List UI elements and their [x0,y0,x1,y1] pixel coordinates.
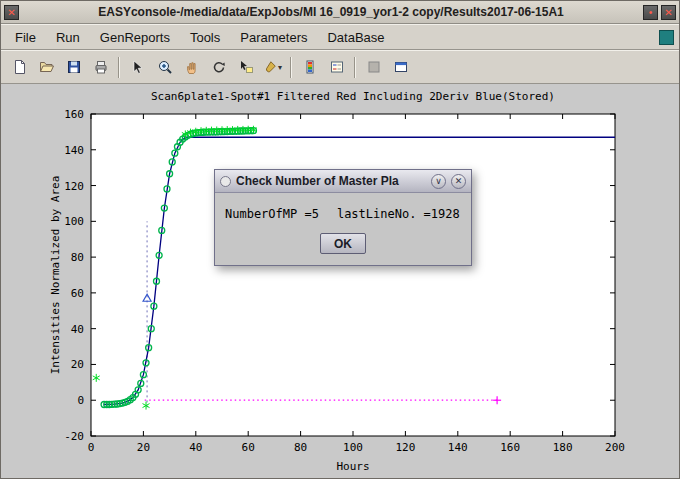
data-cursor-button[interactable] [232,54,259,81]
close-icon: ✕ [664,7,672,18]
plot-tools-button[interactable] [360,54,387,81]
dialog-message: NumberOfMP =5 lastLineNo. =1928 [225,207,461,221]
edit-plot-button[interactable] [124,54,151,81]
svg-text:160: 160 [64,108,84,121]
dialog-close-button[interactable]: ✕ [451,174,466,189]
window-close-button[interactable]: ✕ [661,5,676,20]
svg-text:60: 60 [242,441,255,454]
menu-item-genreports[interactable]: GenReports [90,27,180,48]
toolbar-separator [354,57,356,78]
open-folder-icon [39,59,55,75]
zoom-in-button[interactable] [151,54,178,81]
dialog-message-numberofmp: NumberOfMP =5 [225,207,319,221]
figure-area: 020406080100120140160180200-200204060801… [1,84,679,478]
dock-window-icon [393,59,409,75]
dialog-ok-button[interactable]: OK [320,233,366,254]
dialog-message-lastlineno: lastLineNo. =1928 [337,207,460,221]
titlebar: ✕ EASYconsole-/media/data/ExpJobs/MI 16_… [1,1,679,24]
svg-text:40: 40 [189,441,202,454]
svg-text:200: 200 [605,441,625,454]
svg-text:0: 0 [77,394,84,407]
svg-text:Intensities Normalized by Area: Intensities Normalized by Area [49,176,62,375]
menu-item-database[interactable]: DataBase [317,27,394,48]
hand-icon [184,59,200,75]
close-icon: ✕ [7,7,15,18]
menubar: File Run GenReports Tools Parameters Dat… [1,24,679,50]
svg-text:120: 120 [395,441,415,454]
print-figure-button[interactable] [87,54,114,81]
window-minimize-button[interactable]: • [643,5,658,20]
svg-text:180: 180 [553,441,573,454]
brush-icon [263,59,277,75]
menu-item-tools[interactable]: Tools [180,27,230,48]
zoom-in-icon [157,59,173,75]
svg-text:Hours: Hours [336,460,369,473]
insert-colorbar-button[interactable] [296,54,323,81]
save-figure-button[interactable] [60,54,87,81]
minimize-dot-icon: • [649,7,653,18]
menubar-corner-box [659,30,674,45]
data-cursor-icon [238,59,254,75]
app-window: ✕ EASYconsole-/media/data/ExpJobs/MI 16_… [0,0,680,479]
chart-svg: 020406080100120140160180200-200204060801… [1,84,679,478]
gray-square-icon [366,59,382,75]
dock-figure-button[interactable] [387,54,414,81]
colorbar-icon [302,59,318,75]
toolbar: ▾ [1,50,679,84]
close-icon: ✕ [455,176,463,186]
svg-text:60: 60 [71,287,84,300]
pan-button[interactable] [178,54,205,81]
floppy-disk-icon [66,59,82,75]
dialog-body: NumberOfMP =5 lastLineNo. =1928 OK [215,193,471,265]
window-title: EASYconsole-/media/data/ExpJobs/MI 16_09… [19,5,643,19]
dialog-titlebar[interactable]: Check Number of Master Pla ∨ ✕ [215,170,471,193]
toolbar-separator [118,57,120,78]
new-figure-button[interactable] [6,54,33,81]
svg-text:20: 20 [71,358,84,371]
svg-text:120: 120 [64,180,84,193]
chevron-down-icon: ▾ [278,63,282,72]
svg-text:80: 80 [294,441,307,454]
svg-text:Scan6plate1-Spot#1 Filtered Re: Scan6plate1-Spot#1 Filtered Red Includin… [151,90,555,103]
svg-text:40: 40 [71,323,84,336]
menu-item-run[interactable]: Run [46,27,90,48]
dialog-title: Check Number of Master Pla [236,174,426,188]
toolbar-separator [290,57,292,78]
insert-legend-button[interactable] [323,54,350,81]
menu-item-file[interactable]: File [5,27,46,48]
svg-text:0: 0 [88,441,95,454]
brush-button[interactable]: ▾ [259,54,286,81]
menu-item-parameters[interactable]: Parameters [230,27,317,48]
dialog-app-icon [220,176,231,187]
new-document-icon [12,59,28,75]
arrow-cursor-icon [130,59,146,75]
svg-text:20: 20 [137,441,150,454]
chevron-down-icon: ∨ [435,176,442,186]
printer-icon [93,59,109,75]
svg-text:160: 160 [500,441,520,454]
svg-text:140: 140 [448,441,468,454]
rotate-3d-button[interactable] [205,54,232,81]
dialog-collapse-button[interactable]: ∨ [431,174,446,189]
svg-text:100: 100 [64,215,84,228]
svg-text:80: 80 [71,251,84,264]
svg-text:100: 100 [343,441,363,454]
dialog-check-number-of-master-plates: Check Number of Master Pla ∨ ✕ NumberOfM… [214,169,472,266]
rotate-icon [211,59,227,75]
window-close-left-button[interactable]: ✕ [4,5,19,20]
open-file-button[interactable] [33,54,60,81]
legend-icon [329,59,345,75]
svg-text:-20: -20 [64,430,84,443]
svg-text:140: 140 [64,144,84,157]
